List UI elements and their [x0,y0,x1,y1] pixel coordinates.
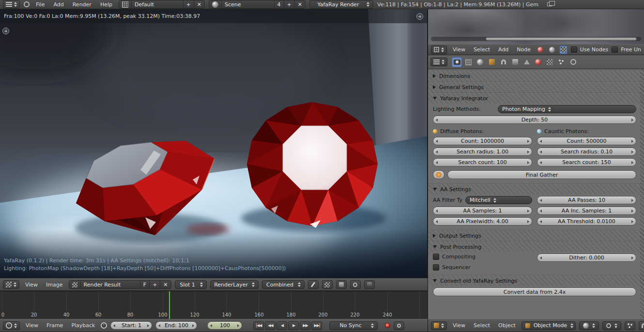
editor-type-button[interactable] [3,321,20,330]
slot-select[interactable]: Slot 1 [175,280,207,289]
panel-drag-edge[interactable] [640,69,644,319]
play-reverse-button[interactable]: ◀ [276,321,287,330]
screen-browse-button[interactable] [119,0,131,8]
current-frame-field[interactable]: 100 [207,321,242,330]
image-browse-button[interactable] [69,281,80,288]
depth-slider[interactable]: Depth: 50 [433,116,636,124]
region-plus-icon[interactable] [416,13,423,20]
menu-add[interactable]: Add [51,0,66,9]
dither-slider[interactable]: Dither: 0.000 [537,254,636,262]
new-image-button[interactable]: + [149,281,160,288]
menu-node[interactable]: Node [514,45,533,54]
caustic-count-field[interactable]: Count: 500000 [537,137,636,145]
tab-world[interactable] [475,57,485,67]
aa-inc-samples-field[interactable]: AA Inc. Samples: 1 [537,207,636,215]
fake-user-button[interactable]: F [140,281,149,288]
diffuse-search-count-field[interactable]: Search count: 100 [433,158,532,166]
menu-select[interactable]: Select [471,45,492,54]
menu-image[interactable]: Image [44,281,65,289]
timeline-ruler[interactable]: 0 20 40 60 80 100 120 140 160 180 200 22… [0,291,428,319]
final-gather-icon-button[interactable] [433,170,445,179]
editor-type-button[interactable] [3,0,20,9]
tab-render[interactable] [452,57,462,67]
editor-type-button[interactable] [431,321,447,330]
panel-header-aa[interactable]: AA Settings [428,184,644,195]
aa-filter-select[interactable]: Mitchell [465,196,532,204]
viewport-shading-select[interactable] [579,321,599,330]
screen-layout-name[interactable]: Default [131,0,183,8]
use-nodes-checkbox[interactable]: Use Nodes [571,46,609,53]
add-screen-button[interactable]: + [183,0,194,8]
compositing-nodes-icon[interactable] [548,45,556,54]
current-frame-playhead[interactable] [169,291,170,319]
record-button[interactable] [385,323,390,328]
aa-samples-field[interactable]: AA Samples: 1 [433,207,532,215]
editor-type-button[interactable] [431,45,447,54]
window-duplicate-icon[interactable] [547,2,552,6]
jump-to-end-button[interactable]: ▶▶| [311,321,322,330]
mode-select[interactable]: Object Mode [521,321,576,330]
diffuse-search-radius-field[interactable]: Search radius: 1.00 [433,148,532,156]
editor-type-button[interactable] [430,58,447,66]
image-name[interactable]: Render Result [80,281,140,288]
aa-passes-field[interactable]: AA Passes: 10 [537,196,636,204]
add-scene-button[interactable]: + [284,0,294,8]
tab-object[interactable] [487,57,497,67]
scene-browse-button[interactable] [209,0,221,8]
caustic-search-radius-field[interactable]: Search radius: 0.10 [537,148,636,156]
tab-particles[interactable] [556,57,567,67]
display-channels-color-icon[interactable] [336,280,347,289]
aa-pixelwidth-field[interactable]: AA Pixelwidth: 4.00 [433,217,532,226]
render-engine-select[interactable]: YafaRay Render [309,0,373,9]
menu-render[interactable]: Render [70,0,94,9]
tab-modifiers[interactable] [510,57,520,67]
free-unlinked-checkbox[interactable]: Free Un [612,46,641,53]
play-button[interactable]: ▶ [288,321,299,330]
menu-file[interactable]: File [33,0,47,9]
tab-scene[interactable] [463,57,474,67]
tab-constraints[interactable] [498,57,508,67]
next-keyframe-button[interactable]: ▶▶ [300,321,310,330]
panel-header-integrator[interactable]: Yafaray Integrator [428,93,644,104]
menu-select[interactable]: Select [471,321,492,330]
sync-mode-select[interactable]: No Sync [329,321,378,330]
start-frame-field[interactable]: Start: 1 [110,321,152,330]
panel-header-dimensions[interactable]: Dimensions [428,71,644,81]
panel-header-general[interactable]: General Settings [428,82,644,92]
aa-threshold-field[interactable]: AA Threshold: 0.0100 [537,217,636,226]
unlink-scene-button[interactable]: ✕ [294,0,305,8]
menu-view[interactable]: View [23,281,40,289]
caustic-search-count-field[interactable]: Search count: 150 [537,158,636,166]
node-editor-view[interactable] [428,9,644,44]
panel-header-post[interactable]: Post Processing [428,241,644,252]
manipulator-icon[interactable] [625,321,635,330]
lighting-method-select[interactable]: Photon Mapping [498,105,636,113]
menu-view[interactable]: View [23,321,41,330]
display-channels-z-icon[interactable] [364,280,375,289]
pivot-select[interactable] [602,321,621,330]
scrollbar-thumb[interactable] [486,37,637,41]
shader-nodes-icon[interactable] [537,45,544,54]
menu-object[interactable]: Object [496,321,518,330]
keying-set-icon[interactable] [394,321,404,330]
prev-keyframe-button[interactable]: ◀◀ [265,321,276,330]
jump-to-start-button[interactable]: |◀◀ [253,321,264,330]
render-pass-select[interactable]: Combined [262,280,305,289]
convert-data-button[interactable]: Convert data from 2.4x [433,287,636,296]
tab-physics[interactable] [568,57,578,67]
display-channels-alpha-icon[interactable] [350,280,361,289]
menu-frame[interactable]: Frame [44,321,65,330]
horizontal-scrollbar[interactable] [431,37,641,41]
display-channels-color-alpha-icon[interactable] [322,280,333,289]
tab-material[interactable] [533,57,543,67]
final-gather-button[interactable]: Final Gather [447,170,636,179]
menu-view[interactable]: View [450,45,468,54]
menu-add[interactable]: Add [496,45,511,54]
scene-name[interactable]: Scene [221,0,274,8]
compositing-checkbox[interactable]: Compositing [433,254,532,260]
menu-help[interactable]: Help [98,0,115,9]
diffuse-count-field[interactable]: Count: 1000000 [433,137,532,145]
sequencer-checkbox[interactable]: Sequencer [433,264,532,271]
editor-type-button[interactable] [3,280,19,289]
menu-playback[interactable]: Playback [69,321,97,330]
